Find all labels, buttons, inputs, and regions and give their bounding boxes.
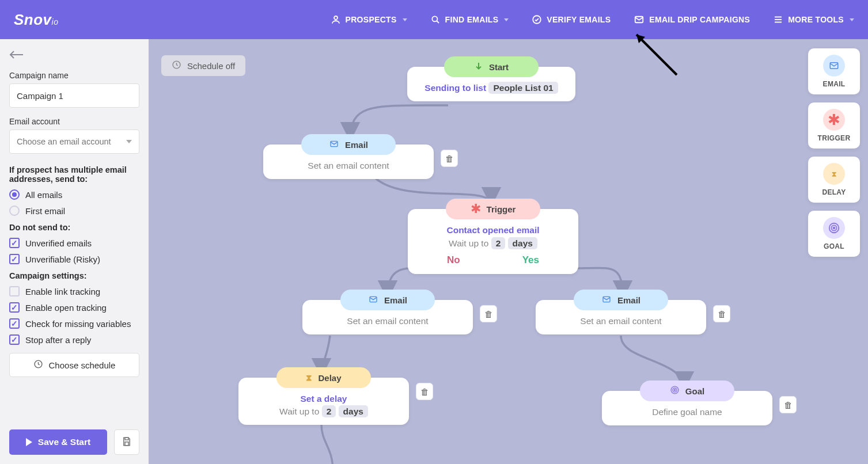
node-email-1-header: Email xyxy=(301,134,396,155)
start-sending-label[interactable]: Sending to list xyxy=(424,83,486,93)
check-risky-label: Unverifiable (Risky) xyxy=(25,254,100,264)
node-delay[interactable]: ⧗ Delay Set a delay Wait up to 2 days xyxy=(238,378,409,425)
svg-line-2 xyxy=(437,21,439,23)
svg-point-19 xyxy=(674,389,675,390)
radio-first-email[interactable]: First email xyxy=(9,206,139,216)
trigger-wait-prefix: Wait up to xyxy=(449,238,488,248)
delay-wait-unit: days xyxy=(339,405,368,417)
delete-node-button[interactable]: 🗑 xyxy=(441,150,458,167)
dont-send-title: Do not send to: xyxy=(9,223,139,232)
trigger-wait-value: 2 xyxy=(491,237,506,249)
nav-more-tools[interactable]: MORE TOOLS xyxy=(773,14,854,25)
palette-email[interactable]: EMAIL xyxy=(808,48,860,94)
campaign-name-input[interactable] xyxy=(9,83,139,108)
node-start-header: Start xyxy=(444,56,539,77)
node-email-no-body: Set an email content xyxy=(302,310,473,334)
radio-first-label: First email xyxy=(25,206,65,216)
check-missing-label: Check for missing variables xyxy=(25,319,131,329)
email-account-select[interactable]: Choose an email account xyxy=(9,130,139,154)
delay-set[interactable]: Set a delay xyxy=(247,394,401,404)
save-start-button[interactable]: Save & Start xyxy=(9,429,107,455)
trigger-wait-unit: days xyxy=(508,237,537,249)
delete-node-button[interactable]: 🗑 xyxy=(779,396,797,413)
palette-trigger-label: TRIGGER xyxy=(818,134,851,142)
save-start-label: Save & Start xyxy=(38,437,90,447)
sidebar: Campaign name Email account Choose an em… xyxy=(0,39,149,464)
clock-icon xyxy=(33,359,43,371)
check-risky[interactable]: Unverifiable (Risky) xyxy=(9,254,139,264)
check-stop-reply[interactable]: Stop after a reply xyxy=(9,334,139,345)
svg-rect-11 xyxy=(125,442,128,445)
radio-icon xyxy=(9,206,20,216)
arrow-down-icon xyxy=(474,62,483,73)
target-icon xyxy=(823,217,845,239)
node-email-no[interactable]: Email Set an email content xyxy=(302,300,473,334)
node-start[interactable]: Start Sending to list People List 01 xyxy=(407,67,575,101)
branch-no[interactable]: No xyxy=(447,254,460,266)
delete-node-button[interactable]: 🗑 xyxy=(713,305,730,322)
chevron-down-icon xyxy=(850,18,854,21)
nav-find-emails[interactable]: FIND EMAILS xyxy=(430,14,509,25)
node-trigger[interactable]: ✱ Trigger Contact opened email Wait up t… xyxy=(408,209,578,274)
node-email-yes-title: Email xyxy=(617,295,640,305)
palette-delay[interactable]: ⧗ DELAY xyxy=(808,157,860,203)
delay-wait-value: 2 xyxy=(322,405,336,417)
settings-title: Campaign settings: xyxy=(9,271,139,280)
choose-schedule-button[interactable]: Choose schedule xyxy=(9,353,139,377)
checkbox-icon xyxy=(9,318,20,329)
palette-trigger[interactable]: ✱ TRIGGER xyxy=(808,102,860,149)
svg-line-24 xyxy=(636,35,677,75)
palette-goal-label: GOAL xyxy=(824,242,844,250)
node-email-yes[interactable]: Email Set an email content xyxy=(536,300,706,334)
delete-node-button[interactable]: 🗑 xyxy=(480,305,497,322)
trash-icon: 🗑 xyxy=(484,309,493,319)
svg-point-1 xyxy=(432,16,437,21)
branch-yes[interactable]: Yes xyxy=(522,254,539,266)
trigger-event[interactable]: Contact opened email xyxy=(416,225,570,235)
brand-logo[interactable]: Snovio xyxy=(14,11,58,29)
svg-point-0 xyxy=(334,16,338,20)
node-goal-body: Define goal name xyxy=(602,401,772,425)
target-icon xyxy=(670,385,680,397)
radio-all-emails[interactable]: All emails xyxy=(9,189,139,200)
trash-icon: 🗑 xyxy=(718,309,726,319)
play-icon xyxy=(26,438,32,446)
palette-delay-label: DELAY xyxy=(822,188,846,196)
nav-prospects[interactable]: PROSPECTS xyxy=(331,14,407,25)
nav-drip-campaigns[interactable]: EMAIL DRIP CAMPAIGNS xyxy=(634,14,750,25)
checkbox-icon xyxy=(9,286,20,296)
hourglass-icon: ⧗ xyxy=(306,372,312,383)
palette-email-label: EMAIL xyxy=(823,80,846,88)
check-open-tracking[interactable]: Enable open tracking xyxy=(9,302,139,313)
sidebar-footer: Save & Start xyxy=(9,429,139,455)
node-delay-header: ⧗ Delay xyxy=(276,367,371,388)
node-email-1[interactable]: Email Set an email content xyxy=(263,144,434,179)
floppy-icon xyxy=(122,436,132,448)
save-draft-button[interactable] xyxy=(114,429,139,455)
chevron-down-icon xyxy=(126,140,132,143)
choose-schedule-label: Choose schedule xyxy=(49,360,116,370)
nav-verify-emails[interactable]: VERIFY EMAILS xyxy=(532,14,611,25)
main-nav: PROSPECTS FIND EMAILS VERIFY EMAILS EMAI… xyxy=(331,14,854,25)
check-link-tracking[interactable]: Enable link tracking xyxy=(9,286,139,296)
delete-node-button[interactable]: 🗑 xyxy=(416,383,433,400)
nav-more-tools-label: MORE TOOLS xyxy=(788,15,844,24)
mail-icon xyxy=(368,295,378,306)
node-start-body: Sending to list People List 01 xyxy=(407,77,575,101)
check-missing-vars[interactable]: Check for missing variables xyxy=(9,318,139,329)
back-button[interactable] xyxy=(9,51,139,60)
delay-wait-prefix: Wait up to xyxy=(279,406,319,416)
schedule-off-badge[interactable]: Schedule off xyxy=(161,55,245,76)
flow-canvas[interactable]: Schedule off Start xyxy=(149,39,868,464)
node-goal[interactable]: Goal Define goal name xyxy=(602,391,772,425)
nav-find-emails-label: FIND EMAILS xyxy=(445,15,499,24)
annotation-arrow-icon xyxy=(631,29,683,81)
node-delay-title: Delay xyxy=(318,373,341,383)
node-email-no-header: Email xyxy=(340,290,435,310)
app-header: Snovio PROSPECTS FIND EMAILS VERIFY EMAI… xyxy=(0,0,868,39)
check-unverified[interactable]: Unverified emails xyxy=(9,238,139,248)
node-palette: EMAIL ✱ TRIGGER ⧗ DELAY GOAL xyxy=(808,48,860,257)
palette-goal[interactable]: GOAL xyxy=(808,211,860,257)
multiple-addr-title: If prospect has multiple email addresses… xyxy=(9,165,139,184)
node-trigger-body: Contact opened email Wait up to 2 days N… xyxy=(408,219,578,274)
